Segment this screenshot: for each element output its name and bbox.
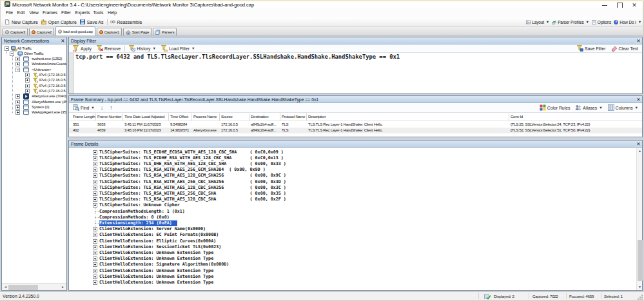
tab-capture2[interactable]: Capture2 xyxy=(29,28,54,35)
expand-icon[interactable] xyxy=(93,173,97,178)
detail-line[interactable]: TLSCipherSuites: TLS_ECDHE_RSA_WITH_AES_… xyxy=(69,155,642,161)
horizontal-scrollbar[interactable]: ◄ ► xyxy=(2,283,66,290)
close-icon[interactable]: ✕ xyxy=(636,96,641,103)
detail-line[interactable]: ClientHelloExtension: Unknown Extension … xyxy=(69,256,642,262)
expand-icon[interactable] xyxy=(93,227,97,231)
detail-line[interactable]: ClientHelloExtension: EC Point Formats(0… xyxy=(69,232,642,238)
expand-icon[interactable] xyxy=(15,62,20,66)
how-do-i-button[interactable]: ?How Do I▼ xyxy=(612,17,643,26)
expand-icon[interactable] xyxy=(15,100,20,104)
remove-button[interactable]: Remove xyxy=(94,45,123,52)
apply-button[interactable]: Apply xyxy=(70,45,94,52)
detail-line[interactable]: TLSCipherSuites: TLS_RSA_WITH_AES_128_GC… xyxy=(69,173,642,179)
detail-line[interactable]: TLSCipherSuites: Unknown Cipher xyxy=(69,202,642,208)
expand-icon[interactable] xyxy=(15,57,20,61)
expand-icon[interactable] xyxy=(93,269,97,273)
scroll-right-icon[interactable]: ► xyxy=(60,284,66,290)
expand-icon[interactable] xyxy=(93,197,97,202)
detail-line[interactable]: TLSCipherSuites: TLS_RSA_WITH_AES_256_CB… xyxy=(69,191,642,197)
detail-line[interactable]: TLSCipherSuites: TLS_RSA_WITH_AES_128_CB… xyxy=(69,185,642,191)
column-separator[interactable] xyxy=(168,113,169,121)
menu-filter[interactable]: Filter xyxy=(59,8,73,17)
column-header-process-name[interactable]: Process Name xyxy=(193,113,217,121)
close-icon[interactable]: ✕ xyxy=(60,37,66,44)
detail-line[interactable]: ClientHelloExtension: SessionTicket TLS(… xyxy=(69,244,642,250)
filter-query-text[interactable]: tcp.port == 6432 and TLS.TlsRecLayer.Tls… xyxy=(75,53,400,60)
expand-icon[interactable] xyxy=(25,73,30,77)
detail-line[interactable]: TLSCipherSuites: TLS_RSA_WITH_AES_128_CB… xyxy=(69,197,642,202)
parser-profiles-button[interactable]: Parser Profiles▼ xyxy=(551,17,590,26)
vertical-scrollbar[interactable]: ▲ ▼ xyxy=(636,148,642,290)
detail-line[interactable]: ClientHelloExtension: Unknown Extension … xyxy=(69,250,642,256)
column-separator[interactable] xyxy=(122,113,123,121)
new-capture-button[interactable]: New Capture xyxy=(3,17,40,26)
scrollbar-thumb[interactable] xyxy=(638,240,643,281)
scroll-up-icon[interactable]: ▲ xyxy=(637,148,643,154)
tab-parsers[interactable]: Parsers xyxy=(153,28,177,35)
detail-line[interactable]: TLSCipherSuites: TLS_ECDHE_ECDSA_WITH_AE… xyxy=(69,150,642,155)
expand-icon[interactable] xyxy=(15,105,20,110)
scroll-down-icon[interactable]: ▼ xyxy=(637,284,643,290)
detail-line[interactable]: ClientHelloExtension: Unknown Extension … xyxy=(69,274,642,280)
expand-icon[interactable] xyxy=(93,150,97,155)
color-rules-button[interactable]: Color Rules xyxy=(537,104,573,111)
find-button[interactable]: Find▼ xyxy=(70,104,97,111)
column-header-destination[interactable]: Destination xyxy=(251,113,268,121)
column-separator[interactable] xyxy=(191,113,191,121)
detail-line[interactable]: ClientHelloExtension: Server Name(0x0000… xyxy=(69,226,642,232)
column-separator[interactable] xyxy=(219,113,220,121)
detail-line[interactable]: ClientHelloExtension: Elliptic Curves(0x… xyxy=(69,238,642,244)
expand-icon[interactable] xyxy=(15,110,20,115)
save-as-button[interactable]: Save As xyxy=(79,17,106,26)
column-header-frame-number[interactable]: Frame Number xyxy=(97,113,121,121)
scroll-left-icon[interactable]: ◄ xyxy=(3,284,8,290)
expand-icon[interactable] xyxy=(93,156,97,160)
menu-frames[interactable]: Frames xyxy=(41,8,59,17)
column-separator[interactable] xyxy=(249,113,249,121)
resize-grip[interactable] xyxy=(638,295,643,300)
column-separator[interactable] xyxy=(509,113,509,121)
column-header-time-date-local-adjusted[interactable]: Time Date Local Adjusted xyxy=(124,113,164,121)
find-previous-button[interactable]: ↑ xyxy=(106,105,116,111)
column-header-time-offset[interactable]: Time Offset xyxy=(170,113,188,121)
collapse-icon[interactable] xyxy=(15,68,20,72)
tab-capture1[interactable]: Capture1 xyxy=(97,28,122,35)
expand-icon[interactable] xyxy=(93,203,97,208)
menu-tools[interactable]: Tools xyxy=(92,8,106,17)
column-header-description[interactable]: Description xyxy=(308,113,326,121)
detail-line[interactable]: ClientHelloExtension: Signature Algorith… xyxy=(69,262,642,267)
expand-icon[interactable] xyxy=(25,78,30,83)
aliases-button[interactable]: Aliases▼ xyxy=(572,104,605,111)
detail-line[interactable]: ClientHelloExtension: Unknown Extension … xyxy=(69,280,642,286)
expand-icon[interactable] xyxy=(25,84,30,88)
expand-icon[interactable] xyxy=(93,186,97,190)
history-button[interactable]: History▼ xyxy=(126,45,159,52)
save-filter-button[interactable]: Save Filter xyxy=(574,45,608,52)
detail-line[interactable]: TLSCipherSuites: TLS_RSA_WITH_AES_256_GC… xyxy=(69,167,642,173)
expand-icon[interactable] xyxy=(93,262,97,267)
expand-icon[interactable] xyxy=(15,94,20,99)
column-header-conv-id[interactable]: Conv Id xyxy=(511,113,523,121)
reassemble-button[interactable]: Reassemble xyxy=(109,17,144,26)
menu-help[interactable]: Help xyxy=(106,8,119,17)
detail-line[interactable]: CompressionMethodsLength: 1 (0x1) xyxy=(69,209,642,215)
detail-line[interactable]: TLSCipherSuites: TLS_DHE_RSA_WITH_AES_12… xyxy=(69,161,642,167)
expand-icon[interactable] xyxy=(93,245,97,249)
clear-text-button[interactable]: Clear Text xyxy=(609,45,641,52)
column-header-source[interactable]: Source xyxy=(221,113,233,121)
expand-icon[interactable] xyxy=(93,280,97,285)
tab-start-page[interactable]: Start Page xyxy=(123,28,151,35)
scrollbar-thumb[interactable] xyxy=(8,285,38,290)
column-header-frame-length[interactable]: Frame Length xyxy=(73,113,95,121)
frame-row-3653[interactable]: 35136533:45:11 PM 11/17/20239.5498284172… xyxy=(69,122,642,128)
expand-icon[interactable] xyxy=(93,168,97,172)
column-separator[interactable] xyxy=(95,113,96,121)
expand-icon[interactable] xyxy=(93,239,97,244)
open-capture-button[interactable]: Open Capture xyxy=(40,17,79,26)
columns-button[interactable]: Columns▼ xyxy=(605,104,641,111)
filter-editor[interactable]: tcp.port == 6432 and TLS.TlsRecLayer.Tls… xyxy=(69,53,642,93)
detail-line[interactable]: ExtensionsLength: 234 (0xEA) xyxy=(69,220,642,226)
close-icon[interactable]: ✕ xyxy=(636,37,641,44)
menu-view[interactable]: View xyxy=(27,8,41,17)
expand-icon[interactable] xyxy=(25,89,30,93)
